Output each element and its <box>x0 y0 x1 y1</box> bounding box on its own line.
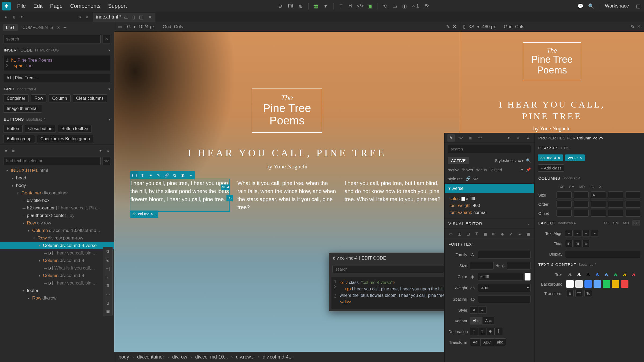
tc-lower-button[interactable]: tt <box>566 290 574 297</box>
tree-icon-layers[interactable]: ◫ <box>11 148 16 153</box>
color-picker-icon[interactable]: ◉ <box>470 274 475 279</box>
verse-2[interactable]: What is it you call, pine tree, when the… <box>237 179 336 211</box>
crumb-container[interactable]: div.container <box>137 354 164 360</box>
tb-copy-icon[interactable]: ⧉ <box>103 247 112 256</box>
tree-row2[interactable]: ▾Row div.row.poem-row <box>0 234 114 242</box>
layout-bp-lg[interactable]: LG <box>632 220 640 226</box>
align-center-button[interactable]: ≡ <box>574 230 581 237</box>
vp-close-icon[interactable]: ✕ <box>453 24 456 29</box>
transform-lower-button[interactable]: abc <box>494 338 506 346</box>
panel-tab-attr-icon[interactable]: ◫ <box>467 134 474 142</box>
tb-target-icon[interactable]: ◎ <box>103 256 112 264</box>
panel-tab-style-icon[interactable]: ✎ <box>447 134 455 142</box>
ve-layout-icon[interactable]: ▭ <box>447 230 454 237</box>
offset-xs-input[interactable] <box>557 210 572 217</box>
ve-text-icon[interactable]: T <box>473 230 480 237</box>
tree-copy-icon[interactable]: ⧉ <box>105 148 111 153</box>
search-global-icon[interactable]: 🔍 <box>587 2 595 10</box>
add-tab-icon[interactable]: + <box>63 25 67 31</box>
deco-none-button[interactable]: T <box>470 328 478 335</box>
remove-class-icon[interactable]: ✕ <box>558 156 560 160</box>
tc-upper-button[interactable]: TT <box>575 290 583 297</box>
crumb-row2[interactable]: div.row... <box>236 354 255 360</box>
size-xl-input[interactable] <box>625 191 640 198</box>
tree-eye-icon[interactable]: 👁 <box>98 148 103 153</box>
tree-p1[interactable]: —p | I hear you call, pin... <box>0 249 114 257</box>
tb-insert-after-icon[interactable]: →| <box>103 264 112 273</box>
layout-bp-md[interactable]: MD <box>621 220 631 226</box>
css-rule-selector[interactable]: ▾ .verse <box>445 184 534 193</box>
tree-row1[interactable]: ▾Row div.row <box>0 219 114 227</box>
tree-col-selected[interactable]: ▾Column div.col-md-4.verse <box>0 242 114 249</box>
pseudo-visited[interactable]: :visited <box>489 168 502 172</box>
chevron-down-icon[interactable]: ▾ <box>477 24 480 29</box>
pseudo-more-icon[interactable]: ▾ <box>521 167 523 172</box>
offset-md-input[interactable] <box>591 210 606 217</box>
text-muted-swatch[interactable]: A <box>566 271 574 278</box>
variant-normal-button[interactable]: Abc <box>470 317 482 324</box>
crumb-col4[interactable]: div.col-md-4... <box>263 354 293 360</box>
grid-chip-column[interactable]: Column <box>49 94 70 102</box>
browser-preview-icon[interactable]: ▭ <box>391 2 399 10</box>
chevron-down-icon[interactable]: ▾ <box>108 117 110 121</box>
remove-class-icon[interactable]: ✕ <box>579 156 582 160</box>
stylesheet-search-icon[interactable]: 🔍 <box>526 158 531 163</box>
ve-pos-icon[interactable]: ◆ <box>499 230 506 237</box>
filter-icon[interactable]: ⚙ <box>102 35 111 43</box>
text-dark-swatch[interactable]: A <box>584 271 592 278</box>
style-file-code-icon[interactable]: </> <box>473 176 478 181</box>
stylesheets-label[interactable]: Stylesheets <box>495 158 516 163</box>
vp-lg-label[interactable]: LG <box>125 24 131 29</box>
tree-code-toggle-icon[interactable]: </> <box>102 157 111 165</box>
tree-body[interactable]: ▾body <box>0 182 114 189</box>
tb-grid-icon[interactable]: ▦ <box>103 307 112 316</box>
color-input[interactable] <box>478 273 523 280</box>
float-left-button[interactable]: ◧ <box>565 240 573 247</box>
tree-col3[interactable]: ▾Column div.col-md-4 <box>0 257 114 264</box>
tb-move-icon[interactable]: ⇅ <box>103 281 112 290</box>
bg-success-swatch[interactable] <box>603 280 610 288</box>
bg-danger-swatch[interactable] <box>621 280 628 288</box>
panel-tab-wp-icon[interactable]: ⓦ <box>476 134 484 142</box>
size-xs-input[interactable] <box>557 191 572 198</box>
panel-eye-icon[interactable]: 👁 <box>505 134 512 142</box>
order-xs-input[interactable] <box>557 201 572 208</box>
display-input[interactable] <box>565 250 640 258</box>
tree-col4[interactable]: ▾Column div.col-md-4 <box>0 272 114 279</box>
offset-xl-input[interactable] <box>625 210 640 217</box>
float-right-button[interactable]: ◨ <box>574 240 581 247</box>
tree-titlebox[interactable]: —div.title-box <box>0 197 114 204</box>
align-right-button[interactable]: ≡ <box>582 230 590 237</box>
tree-col1[interactable]: ▾Column div.col-md-10.offset-md... <box>0 227 114 234</box>
text-danger-swatch[interactable]: A <box>630 271 638 278</box>
insert-code-editor[interactable]: 12 h1 Pine Tree Poems span The <box>4 56 110 71</box>
size-lg-input[interactable] <box>608 191 623 198</box>
deco-overline-button[interactable]: T̄ <box>495 328 503 335</box>
color-swatch[interactable] <box>525 273 530 280</box>
tc-cap-button[interactable]: Tc <box>584 290 592 297</box>
tree-head[interactable]: ▸head <box>0 174 114 182</box>
float-none-button[interactable]: ▭ <box>582 240 590 247</box>
vp-edit-icon[interactable]: ✎ <box>446 24 450 29</box>
tree-author-p[interactable]: —p.author.text-center | by <box>0 212 114 219</box>
pseudo-focus[interactable]: :focus <box>476 168 487 172</box>
grid-chip-thumb[interactable]: Image thumbnail <box>3 105 42 113</box>
tb-rect2-icon[interactable]: ▯ <box>103 298 112 307</box>
text-info-swatch[interactable]: A <box>603 271 610 278</box>
sel-duplicate-icon[interactable]: ⧉ <box>171 171 179 179</box>
page-preview-lg[interactable]: The Pine TreePoems I HEAR YOU CALL, PINE… <box>114 32 460 362</box>
grid-chip-container[interactable]: Container <box>3 94 29 102</box>
tb-rect-icon[interactable]: ▭ <box>103 290 112 298</box>
grid-chip-clear[interactable]: Clear columns <box>73 94 107 102</box>
transform-cap-button[interactable]: Aa <box>470 338 480 346</box>
tb-insert-before-icon[interactable]: |← <box>103 273 112 281</box>
menu-edit[interactable]: Edit <box>30 1 46 11</box>
size-sm-input[interactable] <box>574 191 589 198</box>
btn-chip-button[interactable]: Button <box>3 125 23 133</box>
sel-more-icon[interactable]: ▾ <box>187 171 195 179</box>
ve-spacing-icon[interactable]: ◫ <box>456 230 463 237</box>
menu-file[interactable]: File <box>14 1 29 11</box>
breakpoint-badge-md[interactable]: MD 4 <box>221 184 230 190</box>
device-mobile-icon[interactable]: ▯ <box>131 14 136 20</box>
zoom-fit-button[interactable]: Fit <box>288 3 293 9</box>
